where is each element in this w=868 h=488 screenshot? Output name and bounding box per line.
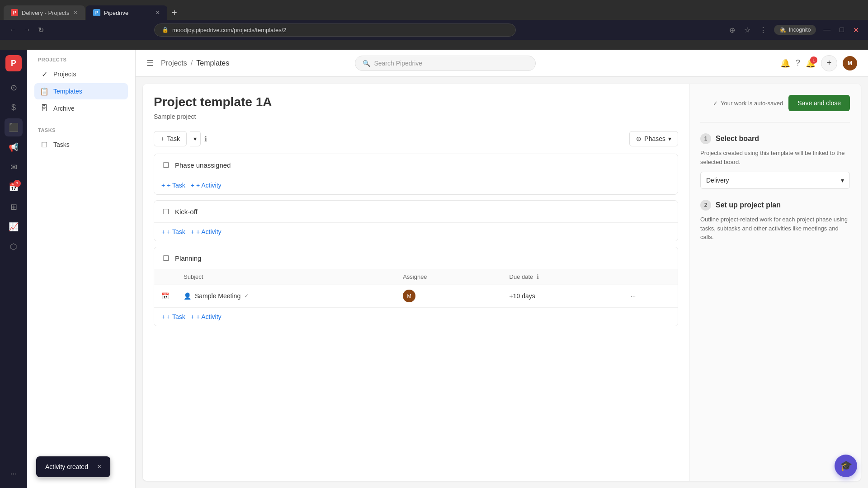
activity-type-icon: 📅 [161, 292, 169, 300]
sidebar-item-projects[interactable]: ✓ Projects [34, 66, 128, 82]
browser-tab-2[interactable]: P Pipedrive ✕ [86, 5, 167, 20]
project-subtitle: Sample project [154, 113, 678, 120]
user-avatar[interactable]: M [843, 56, 857, 70]
phase-kickoff-header: ☐ Kick-off [154, 201, 678, 222]
step-2-title: Set up project plan [716, 201, 781, 209]
step-2-section: 2 Set up project plan Outline project-re… [700, 200, 850, 242]
help-button[interactable]: ? [796, 58, 800, 68]
toast-message: Activity created [45, 463, 88, 470]
bookmark-button[interactable]: ☆ [742, 24, 752, 36]
sidebar-item-tasks[interactable]: ☐ Tasks [34, 136, 128, 153]
row-more-cell[interactable]: ··· [623, 285, 678, 307]
save-close-button[interactable]: Save and close [788, 95, 850, 111]
project-toolbar: + Task ▾ ℹ ⊙ Phases ▾ [154, 131, 678, 146]
sidebar-icon-cube[interactable]: ⬡ [5, 238, 23, 256]
search-icon: 🔍 [363, 60, 370, 67]
new-tab-button[interactable]: + [168, 6, 181, 20]
phase-planning-icon: ☐ [161, 253, 170, 263]
header-search[interactable]: 🔍 Search Pipedrive [355, 56, 536, 71]
global-add-button[interactable]: + [821, 55, 837, 71]
breadcrumb-separator: / [191, 59, 193, 67]
dollar-icon: $ [11, 103, 16, 113]
settings-button[interactable]: ⋮ [758, 24, 769, 36]
add-task-button[interactable]: + Task [154, 131, 187, 146]
sidebar-item-projects-label: Projects [53, 70, 76, 78]
app-container: P ⊙ $ ⬛ 📢 ✉ 📅 7 ⊞ 📈 ⬡ ··· [0, 50, 868, 488]
archive-nav-icon: 🗄 [40, 104, 49, 113]
address-bar[interactable]: 🔒 moodjoy.pipedrive.com/projects/templat… [154, 23, 516, 37]
content-area: Project template 1A Sample project + Tas… [143, 84, 861, 481]
maximize-button[interactable]: □ [838, 24, 846, 36]
sidebar-item-archive[interactable]: 🗄 Archive [34, 100, 128, 117]
add-task-kickoff-label: + Task [167, 228, 185, 235]
menu-toggle-button[interactable]: ☰ [146, 58, 154, 68]
refresh-button[interactable]: ↻ [36, 24, 46, 36]
phases-button[interactable]: ⊙ Phases ▾ [629, 131, 678, 146]
floating-help-button[interactable]: 🎓 [835, 455, 857, 477]
toast-close-button[interactable]: × [97, 463, 101, 471]
incognito-label: Incognito [789, 27, 811, 33]
sidebar-icon-projects[interactable]: ⬛ [5, 118, 23, 136]
phase-kickoff-icon: ☐ [161, 207, 170, 216]
table-header-actions-col [623, 269, 678, 285]
browser-tab-1[interactable]: P Delivery - Projects ✕ [4, 5, 85, 20]
share-button[interactable]: 🔔 [780, 58, 790, 68]
phase-kickoff-add-activity[interactable]: + + Activity [191, 228, 222, 235]
mail-icon: ✉ [10, 162, 17, 172]
tasks-nav-icon: ☐ [40, 140, 49, 149]
table-header-subject: Subject [176, 269, 396, 285]
close-button[interactable]: ✕ [851, 24, 861, 36]
phase-unassigned-add-task[interactable]: + + Task [161, 182, 185, 189]
tasks-section: TASKS ☐ Tasks [27, 127, 135, 153]
app-logo[interactable]: P [5, 55, 22, 71]
row-more-icon[interactable]: ··· [631, 292, 636, 300]
breadcrumb-current: Templates [196, 59, 229, 67]
phase-unassigned-actions: + + Task + + Activity [154, 176, 678, 194]
phase-planning-add-activity[interactable]: + + Activity [191, 313, 222, 320]
info-button[interactable]: ℹ [204, 135, 207, 143]
top-header: ☰ Projects / Templates 🔍 Search Pipedriv… [136, 50, 868, 77]
phase-planning-add-task[interactable]: + + Task [161, 313, 185, 320]
board-select-dropdown[interactable]: Delivery ▾ [700, 172, 850, 189]
sidebar-item-templates[interactable]: 📋 Templates [34, 83, 128, 99]
lock-icon: 🔒 [162, 27, 169, 33]
browser-actions: ⊕ ☆ ⋮ 🕵 Incognito — □ ✕ [727, 24, 861, 36]
breadcrumb-root[interactable]: Projects [161, 59, 187, 67]
table-header-assignee: Assignee [396, 269, 502, 285]
templates-nav-icon: 📋 [40, 87, 49, 96]
main-content: ☰ Projects / Templates 🔍 Search Pipedriv… [136, 50, 868, 488]
tab-label-2: Pipedrive [104, 9, 128, 16]
close-tab-2[interactable]: ✕ [156, 9, 160, 16]
phase-unassigned-add-activity[interactable]: + + Activity [191, 182, 222, 189]
sidebar-icon-more[interactable]: ··· [5, 465, 23, 483]
sidebar-icon-trending[interactable]: 📈 [5, 218, 23, 236]
minimize-button[interactable]: — [821, 24, 832, 36]
forward-button[interactable]: → [22, 24, 33, 36]
sidebar-icon-table[interactable]: ⊞ [5, 198, 23, 216]
sidebar-icon-megaphone[interactable]: 📢 [5, 138, 23, 156]
add-task-dropdown-button[interactable]: ▾ [190, 131, 201, 146]
dropdown-chevron-icon: ▾ [193, 135, 197, 142]
projects-section-title: PROJECTS [34, 57, 128, 62]
phases-icon: ⊙ [636, 135, 642, 142]
add-task-kickoff-icon: + [161, 228, 165, 235]
sidebar-icon-dollar[interactable]: $ [5, 99, 23, 117]
right-panel: ✓ Your work is auto-saved Save and close… [689, 84, 861, 481]
due-date-info-icon[interactable]: ℹ [537, 273, 539, 280]
step-2-header: 2 Set up project plan [700, 200, 850, 211]
sidebar-icon-home[interactable]: ⊙ [5, 79, 23, 97]
phase-kickoff-add-task[interactable]: + + Task [161, 228, 185, 235]
main-sidebar: PROJECTS ✓ Projects 📋 Templates 🗄 Archiv… [27, 50, 136, 488]
sidebar-icon-mail[interactable]: ✉ [5, 158, 23, 176]
extension-button[interactable]: ⊕ [727, 24, 737, 36]
close-tab-1[interactable]: ✕ [73, 9, 78, 16]
back-button[interactable]: ← [7, 24, 18, 36]
sidebar-icon-calendar[interactable]: 📅 7 [5, 178, 23, 196]
notification-badge: 1 [810, 56, 817, 64]
due-date-label: Due date [509, 273, 533, 280]
notifications-button[interactable]: 🔔 1 [806, 58, 816, 68]
add-task-planning-label: + Task [167, 313, 185, 320]
phase-unassigned-name: Phase unassigned [175, 161, 231, 169]
board-select-value: Delivery [706, 177, 729, 184]
icon-sidebar: P ⊙ $ ⬛ 📢 ✉ 📅 7 ⊞ 📈 ⬡ ··· [0, 50, 27, 488]
